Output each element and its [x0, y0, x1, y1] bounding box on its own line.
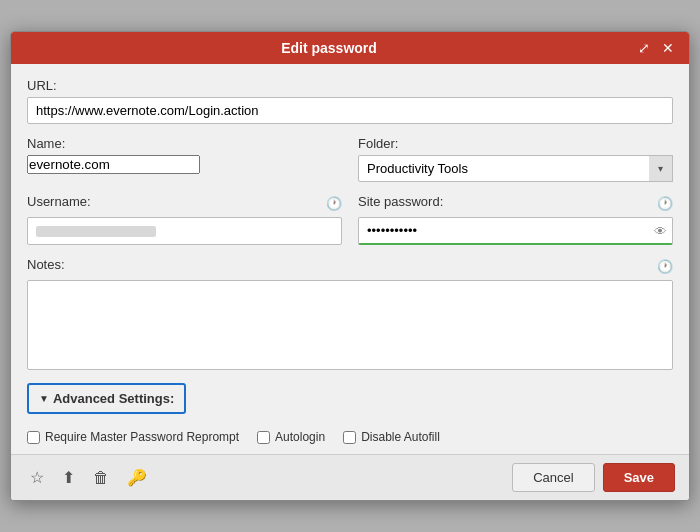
password-field-wrapper: 👁: [358, 217, 673, 245]
save-button[interactable]: Save: [603, 463, 675, 492]
notes-label-row: Notes: 🕐: [27, 257, 673, 276]
folder-select[interactable]: Productivity Tools Personal Work Other: [358, 155, 673, 182]
advanced-section-box: ▼ Advanced Settings:: [27, 383, 186, 414]
dialog-body: URL: Name: Folder: Productivity Tools Pe…: [11, 64, 689, 454]
name-input[interactable]: [27, 155, 200, 174]
site-password-label-row: Site password: 🕐: [358, 194, 673, 213]
url-input[interactable]: [27, 97, 673, 124]
notes-label: Notes:: [27, 257, 65, 272]
notes-textarea[interactable]: [27, 280, 673, 370]
username-label-row: Username: 🕐: [27, 194, 342, 213]
autologin-checkbox[interactable]: [257, 431, 270, 444]
footer-action-buttons: Cancel Save: [512, 463, 675, 492]
site-password-input[interactable]: [358, 217, 673, 245]
username-input-container[interactable]: [27, 217, 342, 245]
password-history-icon[interactable]: 🕐: [657, 196, 673, 211]
advanced-arrow-icon: ▼: [39, 393, 49, 404]
master-password-checkbox[interactable]: [27, 431, 40, 444]
key-button[interactable]: 🔑: [122, 465, 152, 490]
notes-history-icon[interactable]: 🕐: [657, 259, 673, 274]
master-password-option[interactable]: Require Master Password Reprompt: [27, 430, 239, 444]
advanced-toggle[interactable]: ▼ Advanced Settings:: [39, 391, 174, 406]
dialog-footer: ☆ ⬆ 🗑 🔑 Cancel Save: [11, 454, 689, 500]
header-controls: ⤢ ✕: [635, 41, 677, 55]
disable-autofill-option[interactable]: Disable Autofill: [343, 430, 440, 444]
url-field-group: URL:: [27, 78, 673, 124]
folder-label: Folder:: [358, 136, 673, 151]
cancel-button[interactable]: Cancel: [512, 463, 594, 492]
username-masked-value: [36, 226, 156, 237]
folder-select-wrapper: Productivity Tools Personal Work Other ▾: [358, 155, 673, 182]
advanced-label-text: Advanced Settings:: [53, 391, 174, 406]
footer-left-icons: ☆ ⬆ 🗑 🔑: [25, 465, 152, 490]
autologin-option[interactable]: Autologin: [257, 430, 325, 444]
eye-icon[interactable]: 👁: [654, 224, 667, 239]
site-password-col: Site password: 🕐 👁: [358, 194, 673, 245]
name-label: Name:: [27, 136, 342, 151]
username-label: Username:: [27, 194, 91, 209]
credentials-row: Username: 🕐 Site password: 🕐 👁: [27, 194, 673, 245]
advanced-settings-section: ▼ Advanced Settings: Require Master Pass…: [27, 383, 673, 444]
expand-button[interactable]: ⤢: [635, 41, 653, 55]
edit-password-dialog: Edit password ⤢ ✕ URL: Name: Folder: Pro…: [10, 31, 690, 501]
dialog-header: Edit password ⤢ ✕: [11, 32, 689, 64]
site-password-label: Site password:: [358, 194, 443, 209]
advanced-options-row: Require Master Password Reprompt Autolog…: [27, 430, 673, 444]
master-password-label: Require Master Password Reprompt: [45, 430, 239, 444]
disable-autofill-checkbox[interactable]: [343, 431, 356, 444]
notes-row: Notes: 🕐: [27, 257, 673, 373]
folder-col: Folder: Productivity Tools Personal Work…: [358, 136, 673, 182]
url-label: URL:: [27, 78, 673, 93]
username-col: Username: 🕐: [27, 194, 342, 245]
username-history-icon[interactable]: 🕐: [326, 196, 342, 211]
trash-button[interactable]: 🗑: [88, 465, 114, 490]
autologin-label: Autologin: [275, 430, 325, 444]
name-folder-row: Name: Folder: Productivity Tools Persona…: [27, 136, 673, 182]
disable-autofill-label: Disable Autofill: [361, 430, 440, 444]
close-button[interactable]: ✕: [659, 41, 677, 55]
dialog-title: Edit password: [23, 40, 635, 56]
upload-button[interactable]: ⬆: [57, 465, 80, 490]
name-col: Name:: [27, 136, 342, 182]
star-button[interactable]: ☆: [25, 465, 49, 490]
